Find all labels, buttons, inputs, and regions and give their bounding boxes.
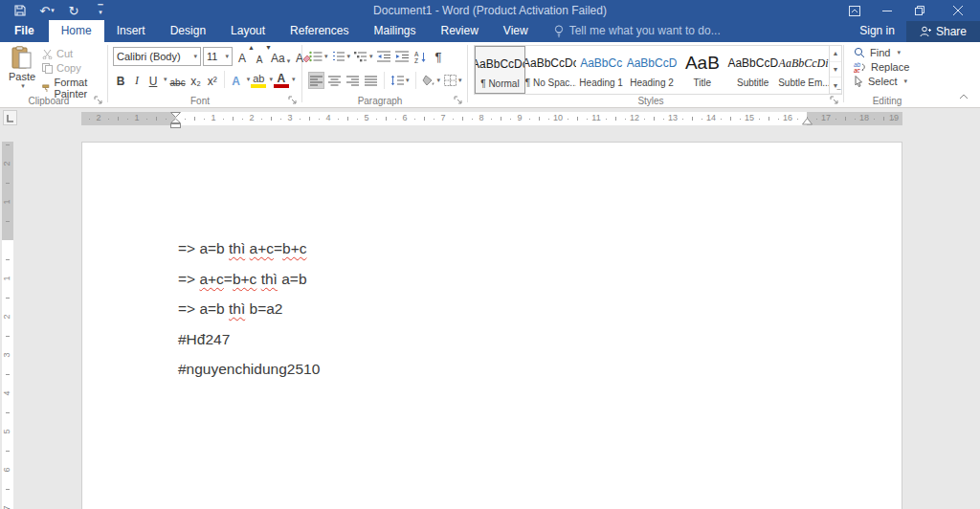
paragraph-dialog-launcher[interactable] [454, 96, 463, 105]
tab-design[interactable]: Design [158, 20, 218, 42]
line-spacing-button[interactable]: ▾ [390, 72, 411, 89]
align-right-button[interactable] [345, 72, 361, 89]
tab-layout[interactable]: Layout [218, 20, 278, 42]
indent-markers[interactable] [170, 112, 181, 128]
style-item-normal[interactable]: AaBbCcDc¶ Normal [475, 46, 525, 94]
tab-file[interactable]: File [0, 20, 49, 42]
tab-review[interactable]: Review [428, 20, 490, 42]
ruler-tick [453, 119, 454, 120]
copy-button[interactable]: Copy [42, 62, 107, 74]
change-case-button[interactable]: Aa▾ [269, 48, 292, 65]
style-preview: AaB [677, 51, 727, 76]
highlight-color-button[interactable]: ab [251, 71, 266, 88]
copy-label: Copy [56, 62, 81, 74]
show-formatting-marks-button[interactable]: ¶ [431, 48, 447, 65]
align-center-button[interactable] [326, 72, 343, 89]
sort-button[interactable]: AZ [412, 48, 429, 65]
font-family-combobox[interactable]: Calibri (Body) ▾ [113, 47, 201, 66]
ruler-number: 5 [2, 426, 13, 437]
font-size-combobox[interactable]: 11 ▾ [203, 47, 233, 66]
doc-line[interactable]: => a=b thì b=a2 [178, 294, 320, 324]
undo-button[interactable]: ↶▾ [34, 1, 59, 20]
numbering-button[interactable]: ▾ [331, 48, 352, 65]
style-item-heading-2[interactable]: AaBbCcDHeading 2 [627, 46, 678, 94]
close-icon [953, 6, 963, 15]
font-dialog-launcher[interactable] [288, 96, 298, 105]
select-button[interactable]: Select ▾ [854, 76, 909, 87]
subscript-button[interactable]: x₂ [189, 71, 204, 88]
text-effects-button[interactable]: A [229, 71, 244, 88]
doc-line[interactable]: #Hđ247 [178, 324, 320, 355]
style-item-subtle-em[interactable]: AaBbCcDiSubtle Em... [778, 46, 829, 94]
right-indent-marker[interactable] [802, 118, 813, 125]
grow-font-button[interactable]: A▲ [234, 48, 250, 65]
strikethrough-button[interactable]: abc [168, 71, 188, 88]
doc-line[interactable]: #nguyenchidung2510 [178, 354, 320, 385]
document-page[interactable]: => a=b thì a+c=b+c=> a+c=b+c thì a=b=> a… [81, 142, 902, 509]
doc-line[interactable]: => a=b thì a+c=b+c [178, 233, 320, 264]
cut-button[interactable]: Cut [42, 48, 107, 59]
tell-me-box[interactable]: Tell me what you want to do... [554, 24, 721, 42]
sign-in-button[interactable]: Sign in [848, 20, 906, 42]
shading-button[interactable]: ▾ [421, 72, 442, 89]
style-item-title[interactable]: AaBTitle [677, 46, 727, 94]
tab-mailings[interactable]: Mailings [361, 20, 428, 42]
superscript-button[interactable]: x² [205, 71, 220, 88]
styles-scroll-down-button[interactable]: ▼ [830, 62, 841, 78]
replace-button[interactable]: abac Replace [854, 61, 909, 73]
chevron-down-icon: ▾ [406, 77, 410, 84]
document-text[interactable]: => a=b thì a+c=b+c=> a+c=b+c thì a=b=> a… [178, 233, 320, 385]
tab-references[interactable]: References [278, 20, 361, 42]
customize-qat-button[interactable]: ▔▾ [88, 1, 113, 20]
restore-button[interactable] [903, 0, 936, 21]
paste-button[interactable]: Paste ▾ [5, 46, 39, 96]
increase-indent-button[interactable] [394, 48, 411, 65]
bullets-button[interactable]: ▾ [308, 48, 329, 65]
ruler-number: 16 [782, 113, 793, 122]
underline-button[interactable]: U [145, 71, 161, 88]
ruler-tick [740, 119, 741, 120]
bold-button[interactable]: B [113, 71, 128, 88]
tab-view[interactable]: View [491, 20, 541, 42]
close-button[interactable] [936, 0, 980, 21]
styles-more-button[interactable]: ▼̲ [830, 77, 841, 94]
styles-group-label: Styles [468, 96, 834, 106]
font-color-button[interactable]: A [274, 71, 289, 88]
italic-button[interactable]: I [129, 71, 145, 88]
ruler-tick [223, 119, 224, 120]
find-button[interactable]: Find ▾ [854, 47, 909, 58]
styles-dialog-launcher[interactable] [830, 96, 839, 105]
shrink-font-button[interactable]: A▼ [252, 48, 267, 65]
vertical-ruler[interactable]: 211234567 [2, 142, 13, 509]
share-button[interactable]: Share [906, 21, 980, 42]
justify-button[interactable] [363, 72, 379, 89]
style-item-subtitle[interactable]: AaBbCcDSubtitle [727, 46, 778, 94]
multilevel-list-button[interactable]: ▾ [353, 48, 374, 65]
ruler-tick [893, 119, 894, 120]
style-item-heading-1[interactable]: AaBbCcHeading 1 [576, 46, 627, 94]
highlight-dropdown-icon[interactable]: ▾ [269, 76, 273, 83]
clipboard-dialog-launcher[interactable] [94, 96, 103, 105]
minimize-button[interactable] [871, 0, 903, 21]
ruler-tick [376, 119, 377, 120]
horizontal-ruler[interactable]: 2112345678910111213141516171819 [81, 112, 902, 125]
font-color-dropdown-icon[interactable]: ▾ [292, 76, 296, 83]
find-label: Find [870, 47, 890, 58]
borders-button[interactable]: ▾ [443, 72, 463, 89]
word-application-window: ↶▾ ↻ ▔▾ Document1 - Word (Product Activa… [0, 0, 980, 509]
underline-dropdown-icon[interactable]: ▾ [164, 76, 167, 83]
collapse-ribbon-button[interactable] [955, 90, 972, 103]
styles-scroll-up-button[interactable]: ▲ [830, 46, 841, 62]
style-item-no-spac[interactable]: AaBbCcDc¶ No Spac... [525, 46, 576, 94]
doc-line[interactable]: => a+c=b+c thì a=b [178, 264, 320, 295]
align-left-button[interactable] [308, 72, 324, 89]
ribbon-display-options-button[interactable] [838, 0, 871, 21]
tab-home[interactable]: Home [49, 20, 104, 42]
redo-button[interactable]: ↻ [61, 1, 86, 20]
text-effects-dropdown-icon[interactable]: ▾ [247, 76, 251, 83]
tab-insert[interactable]: Insert [104, 20, 158, 42]
save-button[interactable] [8, 1, 33, 20]
tab-stop-selector[interactable] [3, 110, 17, 125]
ruler-number: 9 [514, 113, 525, 122]
decrease-indent-button[interactable] [376, 48, 392, 65]
